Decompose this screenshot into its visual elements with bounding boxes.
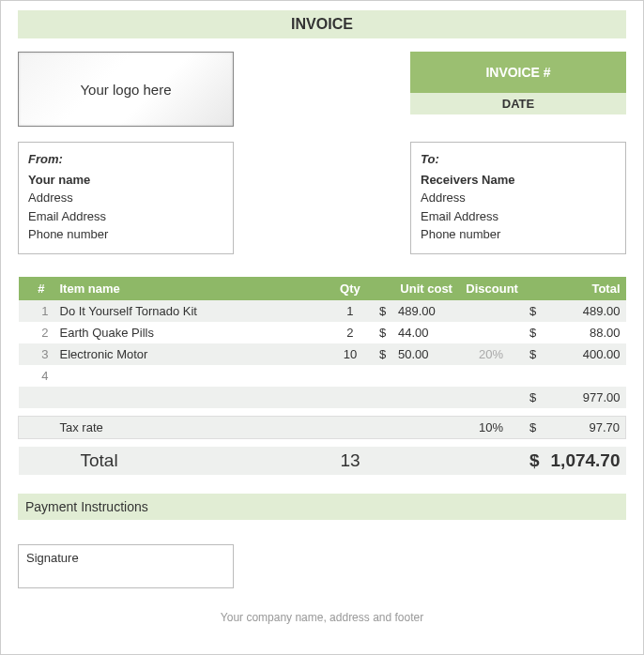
logo-placeholder: Your logo here bbox=[18, 52, 234, 127]
row-cost-currency: $ bbox=[374, 300, 392, 322]
subtotal-row: $ 977.00 bbox=[19, 387, 626, 408]
row-qty: 1 bbox=[327, 300, 374, 322]
row-discount bbox=[458, 300, 524, 322]
row-num: 1 bbox=[19, 300, 54, 322]
row-num: 2 bbox=[19, 322, 54, 343]
row-cost: 44.00 bbox=[392, 322, 458, 343]
subtotal-currency: $ bbox=[524, 387, 545, 408]
from-phone: Phone number bbox=[28, 225, 223, 244]
signature-box: Signature bbox=[18, 544, 234, 588]
invoice-page: INVOICE Your logo here INVOICE # DATE Fr… bbox=[0, 0, 644, 655]
to-box: To: Receivers Name Address Email Address… bbox=[410, 142, 626, 254]
row-total: 400.00 bbox=[545, 343, 626, 365]
tax-amount: 97.70 bbox=[545, 416, 626, 438]
table-row: 4 bbox=[19, 365, 626, 387]
row-num: 4 bbox=[19, 365, 54, 387]
grand-total-row: Total 13 $ 1,074.70 bbox=[19, 447, 626, 475]
header-unit-cost: Unit cost bbox=[374, 277, 458, 300]
to-address: Address bbox=[421, 189, 616, 207]
row-num: 3 bbox=[19, 343, 54, 365]
table-row: 3Electronic Motor10$50.0020%$400.00 bbox=[19, 343, 626, 365]
row-name bbox=[54, 365, 327, 387]
row-total-currency bbox=[524, 365, 545, 387]
from-label: From: bbox=[28, 150, 223, 169]
row-cost-currency bbox=[374, 365, 392, 387]
address-row: From: Your name Address Email Address Ph… bbox=[18, 142, 626, 254]
invoice-number-label: INVOICE # bbox=[410, 52, 626, 93]
top-row: Your logo here INVOICE # DATE bbox=[18, 52, 626, 127]
invoice-date-label: DATE bbox=[410, 93, 626, 114]
header-qty: Qty bbox=[327, 277, 374, 300]
to-phone: Phone number bbox=[421, 225, 616, 244]
subtotal-value: 977.00 bbox=[545, 387, 626, 408]
row-qty: 2 bbox=[327, 322, 374, 343]
row-cost bbox=[392, 365, 458, 387]
to-email: Email Address bbox=[421, 207, 616, 226]
tax-currency: $ bbox=[524, 416, 545, 438]
tax-row: Tax rate 10% $ 97.70 bbox=[19, 416, 626, 438]
row-cost-currency: $ bbox=[374, 343, 392, 365]
payment-instructions: Payment Instructions bbox=[18, 494, 626, 520]
tax-rate: 10% bbox=[458, 416, 524, 438]
from-email: Email Address bbox=[28, 207, 223, 226]
grand-label: Total bbox=[54, 447, 327, 475]
row-qty: 10 bbox=[327, 343, 374, 365]
row-name: Earth Quake Pills bbox=[54, 322, 327, 343]
row-total-currency: $ bbox=[524, 322, 545, 343]
from-name: Your name bbox=[28, 171, 223, 190]
items-table: # Item name Qty Unit cost Discount Total… bbox=[18, 277, 626, 475]
from-address: Address bbox=[28, 189, 223, 207]
row-total: 489.00 bbox=[545, 300, 626, 322]
row-total bbox=[545, 365, 626, 387]
to-name: Receivers Name bbox=[421, 171, 616, 190]
tax-label: Tax rate bbox=[54, 416, 327, 438]
row-name: Do It Yourself Tornado Kit bbox=[54, 300, 327, 322]
row-discount bbox=[458, 322, 524, 343]
invoice-meta: INVOICE # DATE bbox=[410, 52, 626, 127]
row-name: Electronic Motor bbox=[54, 343, 327, 365]
from-box: From: Your name Address Email Address Ph… bbox=[18, 142, 234, 254]
row-qty bbox=[327, 365, 374, 387]
grand-qty: 13 bbox=[327, 447, 374, 475]
row-total-currency: $ bbox=[524, 343, 545, 365]
title-bar: INVOICE bbox=[18, 10, 626, 38]
row-cost: 489.00 bbox=[392, 300, 458, 322]
header-row: # Item name Qty Unit cost Discount Total bbox=[19, 277, 626, 300]
grand-currency: $ bbox=[524, 447, 545, 475]
row-total-currency: $ bbox=[524, 300, 545, 322]
row-cost-currency: $ bbox=[374, 322, 392, 343]
row-discount bbox=[458, 365, 524, 387]
row-cost: 50.00 bbox=[392, 343, 458, 365]
row-discount: 20% bbox=[458, 343, 524, 365]
header-num: # bbox=[19, 277, 54, 300]
header-item: Item name bbox=[54, 277, 327, 300]
row-total: 88.00 bbox=[545, 322, 626, 343]
table-row: 1Do It Yourself Tornado Kit1$489.00$489.… bbox=[19, 300, 626, 322]
footer-text: Your company name, address and footer bbox=[18, 611, 626, 624]
to-label: To: bbox=[421, 150, 616, 169]
header-total: Total bbox=[524, 277, 626, 300]
header-discount: Discount bbox=[458, 277, 524, 300]
table-row: 2Earth Quake Pills2$44.00$88.00 bbox=[19, 322, 626, 343]
grand-amount: 1,074.70 bbox=[545, 447, 626, 475]
